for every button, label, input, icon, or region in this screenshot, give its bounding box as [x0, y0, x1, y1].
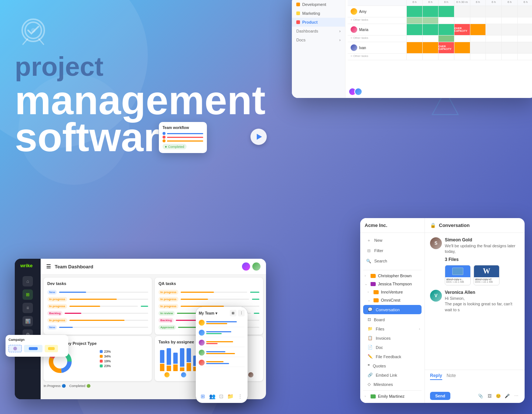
top-screenshot: Development Marketing Product Dashboards…	[292, 0, 532, 98]
campaign-card: Campaign	[6, 335, 68, 357]
conv-message-veronica: V Veronica Allen Hi Simeon,The page is l…	[430, 290, 519, 313]
campaign-title: Campaign	[8, 338, 65, 342]
file-thumb-2[interactable]: W about-copy-v2 DOC • 22.1 MB	[474, 265, 499, 285]
ts-sidebar-docs[interactable]: Docs›	[292, 35, 345, 44]
chevron-down-icon: ⌄	[368, 298, 371, 302]
note-tab[interactable]: Note	[447, 373, 456, 380]
wrike-nav-chart[interactable]: 📊	[23, 316, 33, 326]
chevron-right-icon: ›	[368, 290, 371, 294]
conv-search-btn[interactable]: 🔍 Search	[363, 257, 422, 265]
conv-main: 🔒 Conversation S Simeon Gold We'll be up…	[425, 218, 525, 403]
quote-icon: ❝	[368, 363, 370, 368]
avatar-veronica: V	[430, 290, 442, 302]
doc-icon: 📄	[368, 345, 373, 350]
conv-nav-doc[interactable]: 📄 Doc	[360, 343, 424, 352]
conv-tree-emily[interactable]: › Emily Martinez	[360, 392, 424, 400]
chevron-right-icon: ›	[365, 274, 368, 278]
reply-tab[interactable]: Reply	[430, 373, 442, 380]
conv-company-header: Acme Inc.	[360, 218, 424, 233]
ts-sidebar-marketing[interactable]: Marketing	[292, 9, 345, 18]
conversation-panel: Acme Inc. ＋ New ⊟ Filter 🔍 Search › Chri…	[360, 218, 525, 403]
task-row: In progress	[158, 296, 259, 303]
wrike-nav-home[interactable]: ⌂	[23, 276, 33, 286]
conv-new-btn[interactable]: ＋ New	[363, 236, 422, 245]
more-icon[interactable]: ⋯	[513, 393, 519, 399]
invoice-icon: 📋	[368, 336, 373, 340]
lock-icon: 🔒	[430, 223, 436, 228]
task-row: New	[47, 324, 148, 331]
mic-icon[interactable]: 🎤	[504, 393, 511, 399]
ts-sidebar-dashboards[interactable]: Dashboards›	[292, 27, 345, 35]
conv-actions: ＋ New ⊟ Filter 🔍 Search	[360, 233, 424, 268]
conv-nav-board[interactable]: ⊡ Board	[360, 315, 424, 324]
ts-sidebar-development[interactable]: Development	[292, 0, 345, 9]
workflow-card: Team workflow ● Completed	[159, 122, 207, 153]
wrike-nav-list[interactable]: ≡	[23, 303, 33, 313]
ts-main: 6 h 6 h 6 h 6 h 30 m 6 h 6 h 6 h 6 h Amy	[345, 0, 532, 98]
conv-tree-innoventure[interactable]: › InnoVenture	[360, 288, 424, 296]
conv-nav-milestones[interactable]: ◇ Milestones	[360, 380, 424, 389]
filter-icon: ⊟	[366, 248, 371, 253]
reply-input[interactable]	[430, 382, 519, 390]
chevron-right-icon: ›	[365, 394, 368, 398]
wrike-dashboard-header: ☰ Team Dashboard	[41, 259, 266, 275]
image-icon[interactable]: 🖼	[486, 393, 493, 399]
chat-icon: 💬	[368, 307, 373, 312]
conv-nav-invoices[interactable]: 📋 Invoices	[360, 333, 424, 343]
svg-point-5	[31, 28, 35, 33]
conv-nav-files[interactable]: 📁 Files ›	[360, 324, 424, 333]
badge-icon	[15, 15, 229, 53]
completed-badge: ● Completed	[163, 144, 187, 149]
send-button[interactable]: Send	[430, 392, 450, 400]
conv-tree-omnicrest[interactable]: ⌄ OmniCrest	[360, 296, 424, 304]
task-row: In progress	[47, 296, 148, 303]
conv-reply-section: Reply Note Send 📎 🖼 😊 🎤 ⋯	[425, 370, 525, 403]
wrike-nav-grid[interactable]: ⊞	[23, 289, 33, 300]
divider	[363, 270, 422, 270]
conv-tree-christopher[interactable]: › Christopher Brown	[360, 272, 424, 280]
conv-filter-btn[interactable]: ⊟ Filter	[363, 246, 422, 255]
veronica-name: Veronica Allen	[445, 290, 519, 295]
dev-tasks-title: Dev tasks	[47, 281, 148, 286]
conv-messages: S Simeon Gold We'll be updating the fina…	[425, 233, 525, 370]
conv-msg-content-veronica: Veronica Allen Hi Simeon,The page is loo…	[445, 290, 519, 313]
attachment-icon[interactable]: 📎	[477, 393, 484, 399]
conv-tree-jessica[interactable]: ⌄ Jessica Thompson	[360, 280, 424, 288]
wrike-sidebar: wrike ⌂ ⊞ ≡ 📊 ⚙ ⚡ My Team ▾	[15, 259, 41, 399]
feedback-icon: ✏️	[368, 354, 373, 359]
conv-toolbar-icons: 📎 🖼 😊 🎤 ⋯	[477, 393, 519, 399]
plus-icon: ＋	[366, 238, 371, 243]
hero-pre-text: project	[15, 53, 229, 80]
files-label: 3 Files	[445, 257, 519, 262]
conv-reply-tabs: Reply Note	[430, 373, 519, 380]
emoji-icon[interactable]: 😊	[495, 393, 502, 399]
board-icon: ⊡	[368, 317, 371, 322]
chevron-down-icon: ⌄	[365, 282, 368, 286]
file-thumb-1[interactable]: about-copy-v... DOC • 22.1 MB	[445, 265, 471, 285]
task-row: In progress	[47, 303, 148, 310]
chevron-right-icon: ›	[419, 327, 420, 331]
diamond-icon: ◇	[368, 382, 371, 387]
mobile-screenshot: My Team ▾ ⊞ ⋮	[196, 307, 248, 403]
wrike-logo: wrike	[20, 262, 35, 269]
link-icon: 🔗	[368, 373, 373, 377]
search-icon: 🔍	[366, 258, 371, 264]
conv-sidebar: Acme Inc. ＋ New ⊟ Filter 🔍 Search › Chri…	[360, 218, 425, 403]
task-row: New	[47, 289, 148, 296]
conv-nav-embed-link[interactable]: 🔗 Embed Link	[360, 370, 424, 380]
folder-icon: 📁	[368, 326, 373, 331]
ts-sidebar-product[interactable]: Product	[292, 18, 345, 27]
conv-main-header: 🔒 Conversation	[425, 218, 525, 233]
conv-reply-actions: Send 📎 🖼 😊 🎤 ⋯	[430, 392, 519, 400]
files-row: about-copy-v... DOC • 22.1 MB W	[445, 265, 519, 285]
qa-tasks-title: QA tasks	[158, 281, 259, 286]
simeon-text: We'll be updating the final designs late…	[445, 243, 519, 255]
svg-text:wrike: wrike	[20, 263, 33, 268]
avatar-simeon: S	[430, 237, 442, 249]
workflow-title: Team workflow	[163, 126, 203, 130]
ts-sidebar: Development Marketing Product Dashboards…	[292, 0, 345, 98]
task-row: In progress	[158, 289, 259, 296]
conv-nav-quotes[interactable]: ❝ Quotes	[360, 361, 424, 370]
conv-nav-file-feedback[interactable]: ✏️ File Feedback	[360, 352, 424, 361]
conv-nav-conversation[interactable]: 💬 Conversation	[363, 305, 422, 314]
